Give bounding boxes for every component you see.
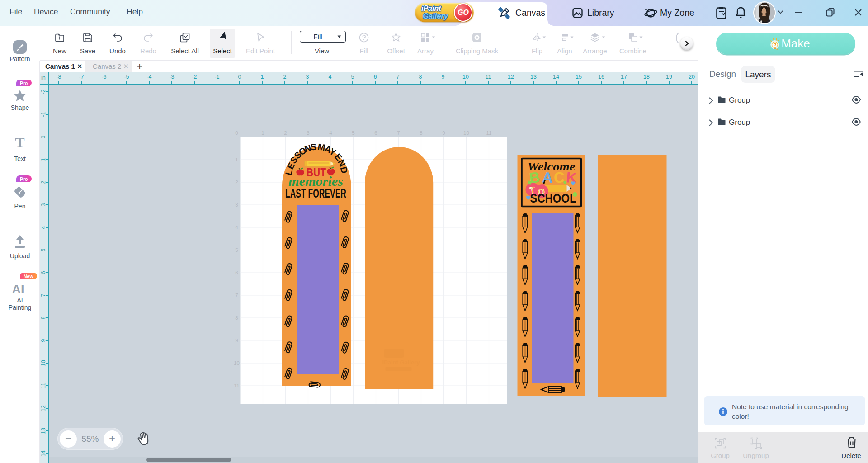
svg-text:10: 10 [463, 130, 469, 136]
svg-text:SCHOOL: SCHOOL [530, 192, 576, 205]
svg-text:10: 10 [234, 360, 240, 366]
svg-text:8: 8 [235, 315, 238, 321]
svg-text:2: 2 [284, 130, 287, 136]
svg-text:7: 7 [397, 130, 400, 136]
svg-text:6: 6 [374, 130, 377, 136]
svg-text:3: 3 [307, 130, 309, 136]
svg-text:LAST FOREVER: LAST FOREVER [285, 187, 346, 200]
svg-text:0: 0 [235, 130, 238, 136]
svg-text:3: 3 [235, 202, 238, 208]
svg-text:6: 6 [235, 270, 238, 275]
svg-text:9: 9 [235, 338, 238, 343]
svg-text:4: 4 [329, 130, 332, 136]
svg-text:C: C [553, 169, 565, 186]
svg-text:8: 8 [420, 130, 422, 136]
svg-text:1: 1 [235, 157, 238, 162]
svg-text:9: 9 [442, 130, 445, 136]
svg-text:1: 1 [261, 130, 264, 136]
svg-text:2: 2 [235, 180, 238, 185]
svg-text:5: 5 [235, 247, 238, 253]
svg-text:iPaint Gallery: iPaint Gallery [382, 359, 420, 366]
svg-text:5: 5 [352, 130, 354, 136]
svg-text:4: 4 [235, 225, 238, 230]
svg-text:11: 11 [486, 130, 491, 136]
svg-text:11: 11 [234, 383, 239, 388]
svg-text:S: S [310, 142, 316, 152]
svg-text:7: 7 [235, 293, 238, 298]
